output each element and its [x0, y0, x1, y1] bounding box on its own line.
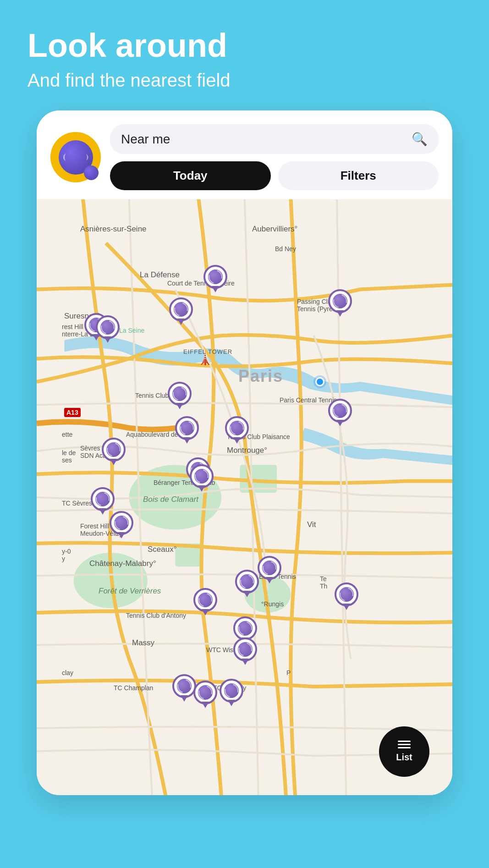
- tennis-ball-small-icon: [84, 165, 99, 180]
- tennis-marker[interactable]: [203, 265, 227, 293]
- filter-row: Today Filters: [110, 161, 439, 190]
- page-title: Look around: [27, 27, 462, 64]
- map-container[interactable]: Asnières-sur-Seine Aubervilliers° Bd Ney…: [37, 199, 452, 795]
- search-icon: 🔍: [412, 132, 428, 147]
- list-button[interactable]: List: [379, 726, 429, 777]
- map-background: Asnières-sur-Seine Aubervilliers° Bd Ney…: [37, 199, 452, 795]
- tennis-marker[interactable]: [102, 438, 126, 466]
- phone-card: Near me 🔍 Today Filters: [37, 110, 452, 795]
- tennis-marker[interactable]: [96, 315, 120, 344]
- search-controls: Near me 🔍 Today Filters: [110, 124, 439, 190]
- filters-button[interactable]: Filters: [278, 161, 439, 190]
- list-button-label: List: [396, 752, 412, 763]
- list-icon: [398, 741, 411, 748]
- page-subtitle: And find the nearest field: [27, 68, 462, 92]
- tennis-marker[interactable]: [225, 416, 249, 445]
- tennis-marker[interactable]: [335, 582, 358, 611]
- tennis-marker[interactable]: [193, 588, 217, 616]
- search-area: Near me 🔍 Today Filters: [37, 110, 452, 199]
- tennis-marker[interactable]: [220, 679, 243, 707]
- tennis-marker[interactable]: [169, 297, 193, 326]
- tennis-marker[interactable]: [258, 556, 281, 584]
- today-button[interactable]: Today: [110, 161, 271, 190]
- app-logo: [50, 132, 101, 182]
- tennis-marker[interactable]: [328, 289, 352, 318]
- tennis-marker[interactable]: [233, 637, 257, 666]
- search-text: Near me: [121, 132, 170, 147]
- tennis-marker[interactable]: [235, 570, 259, 598]
- tennis-marker[interactable]: [168, 382, 192, 410]
- tennis-marker[interactable]: [193, 681, 217, 709]
- search-bar[interactable]: Near me 🔍: [110, 124, 439, 154]
- tennis-marker[interactable]: [110, 511, 133, 539]
- tennis-marker[interactable]: [190, 464, 214, 493]
- tennis-marker[interactable]: [175, 416, 199, 445]
- tennis-marker[interactable]: [172, 674, 196, 703]
- eiffel-tower-icon: 🗼: [197, 351, 213, 366]
- header: Look around And find the nearest field: [0, 0, 489, 110]
- tennis-marker[interactable]: [328, 399, 352, 427]
